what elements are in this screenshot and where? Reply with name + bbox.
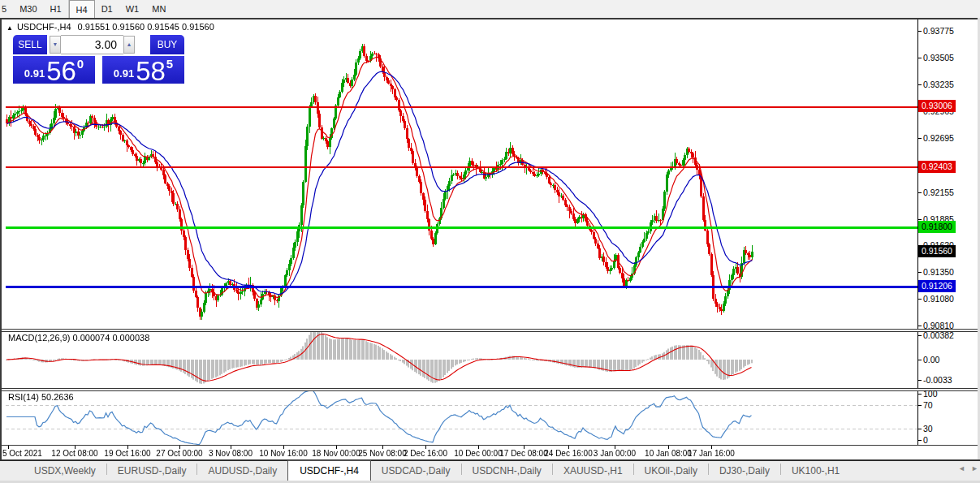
macd-tick-label: 0.00 [923,355,939,364]
date-label: 3 Nov 08:00 [209,449,253,458]
timeframe-button-mn[interactable]: MN [145,0,172,18]
price-tick-label: 0.93235 [923,80,954,89]
date-label: 25 Nov 08:00 [358,449,407,458]
chart-tab-uk100-h1[interactable]: UK100-,H1 [780,461,851,481]
price-tick-mark [917,84,922,85]
macd-tick-label: 0.00382 [923,330,954,340]
date-label: 10 Nov 16:00 [259,449,308,458]
price-tick-mark [917,31,922,32]
macd-tick-mark [917,380,922,381]
price-line-tag: 0.91206 [918,280,956,292]
window-border-left [0,18,2,460]
price-tick-mark [917,326,922,326]
buy-price-display[interactable]: 0.91585 [102,56,184,84]
rsi-tick-label: 30 [923,424,933,433]
chart-tab-dj30-daily[interactable]: DJ30-,Daily [708,461,781,481]
sell-price-stem: 0.91 [24,67,45,80]
date-label: 12 Oct 08:00 [51,449,97,458]
chart-tab-audusd-daily[interactable]: AUDUSD-,Daily [196,461,288,481]
price-line-tag: 0.91800 [918,221,956,233]
chevron-down-icon: ▼ [53,41,58,47]
price-line-tag: 0.93006 [918,100,956,112]
chart-tab-usdcnh-daily[interactable]: USDCNH-,Daily [461,461,553,481]
date-label: 17 Dec 08:00 [499,449,548,458]
buy-price-big: 58 [136,61,166,82]
date-label: 10 Jan 08:00 [645,449,692,458]
price-tick-label: 0.91350 [923,267,954,277]
price-tick-label: 0.92155 [923,188,954,197]
buy-price-stem: 0.91 [114,67,134,80]
rsi-tick-mark [917,394,922,395]
date-label: 3 Jan 00:00 [594,449,636,458]
sell-price-sup: 0 [77,57,84,71]
date-label: 17 Jan 16:00 [688,449,735,458]
symbol-header: ▲USDCHF-,H40.91551 0.91560 0.91545 0.915… [6,22,214,32]
price-tick-label: 0.92695 [923,133,954,143]
price-tick-mark [917,219,922,220]
sell-price-big: 56 [46,61,76,82]
chart-tab-usdcad-daily[interactable]: USDCAD-,Daily [370,461,462,481]
price-line-tag: 0.92403 [918,161,956,173]
timeframe-button-w1[interactable]: W1 [119,0,146,18]
macd-title: MACD(12,26,9) 0.000074 0.000038 [8,333,149,343]
sell-button[interactable]: SELL [13,35,47,54]
timeframe-button-d1[interactable]: D1 [95,0,119,18]
chevron-up-icon: ▲ [127,41,132,47]
date-label: 5 Oct 2021 [2,449,42,458]
chart-tab-usdchf-h4[interactable]: USDCHF-,H4 [287,460,371,481]
date-label: 2 Dec 16:00 [404,449,447,458]
date-label: 18 Nov 00:00 [312,449,360,458]
rsi-title: RSI(14) 50.2636 [8,392,74,402]
rsi-tick-mark [917,405,922,406]
macd-tick-label: -0.0033 [923,375,952,385]
price-tick-mark [917,58,922,58]
tabbar-left-pad [0,472,23,472]
macd-tick-mark [917,335,922,336]
price-line-tag: 0.91560 [918,245,956,257]
separator-main-macd[interactable] [2,329,978,332]
price-tick-mark [917,192,922,193]
volume-input[interactable] [61,35,123,54]
macd-tick-mark [917,360,922,360]
timeframe-toolbar: 5M30H1H4D1W1MN [0,0,980,18]
date-label: 27 Oct 00:00 [156,449,202,458]
date-label: 24 Dec 16:00 [544,449,593,458]
price-tick-label: 0.90810 [923,321,954,330]
rsi-tick-label: 0 [923,435,928,445]
chart-tabs-bar: USDX,WeeklyEURUSD-,DailyAUDUSD-,DailyUSD… [0,460,980,481]
price-tick-mark [917,299,922,300]
timeframe-button-m30[interactable]: M30 [13,0,43,18]
separator-rsi-bottom [2,445,978,446]
sell-price-display[interactable]: 0.91560 [13,56,95,84]
buy-price-sup: 5 [166,57,173,71]
price-tick-label: 0.93775 [923,26,954,36]
timeframe-button-h1[interactable]: H1 [44,0,68,18]
date-label: 19 Oct 16:00 [104,449,150,458]
chart-tab-ukoil-daily[interactable]: UKOil-,Daily [633,461,709,481]
volume-increase-button[interactable]: ▲ [123,36,135,54]
rsi-tick-mark [917,429,922,429]
symbol-marker-icon: ▲ [6,24,13,32]
timeframe-button-5[interactable]: 5 [0,0,13,18]
rsi-tick-label: 100 [923,389,938,399]
tabs-scroll-right-icon[interactable]: ► [971,464,978,472]
chart-tab-eurusd-daily[interactable]: EURUSD-,Daily [106,461,198,481]
rsi-panel-canvas[interactable] [6,391,917,445]
timeframe-button-h4[interactable]: H4 [69,0,95,18]
price-tick-mark [917,138,922,139]
symbol-ohlc: 0.91551 0.91560 0.91545 0.91560 [78,22,214,32]
buy-button[interactable]: BUY [150,35,184,54]
chart-tab-xauusd-h1[interactable]: XAUUSD-,H1 [552,461,634,481]
tabs-scroll-left-icon[interactable]: ◄ [958,464,965,472]
rsi-tick-label: 70 [923,400,933,410]
rsi-tick-mark [917,440,922,441]
date-label: 10 Dec 00:00 [454,449,503,458]
price-tick-label: 0.93505 [923,53,954,63]
chart-tab-usdx-weekly[interactable]: USDX,Weekly [23,461,107,481]
volume-decrease-button[interactable]: ▼ [50,36,61,54]
price-tick-mark [917,272,922,273]
symbol-name: USDCHF-,H4 [17,22,71,32]
price-tick-label: 0.91080 [923,294,954,304]
separator-macd-rsi[interactable] [2,388,978,391]
